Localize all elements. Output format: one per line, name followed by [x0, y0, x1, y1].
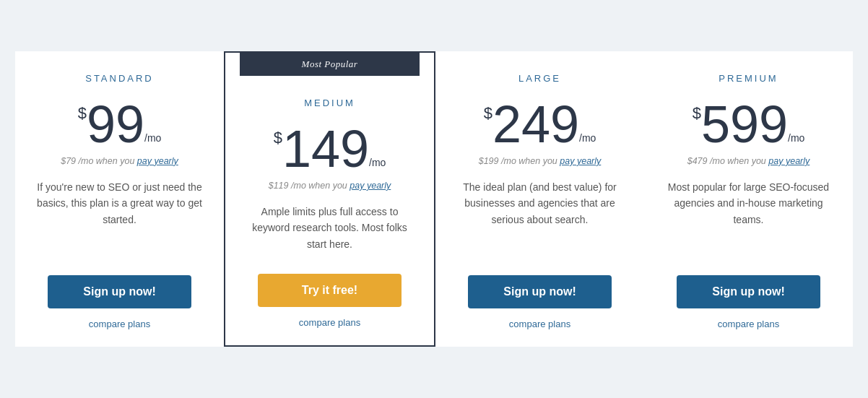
- price-wrapper-premium: $ 599 /mo: [693, 98, 805, 150]
- yearly-note-large: $199 /mo when you pay yearly: [479, 156, 602, 166]
- price-period-medium: /mo: [369, 157, 386, 168]
- cta-button-medium[interactable]: Try it free!: [258, 274, 402, 307]
- cta-button-premium[interactable]: Sign up now!: [677, 275, 820, 308]
- plan-description-premium: Most popular for large SEO-focused agenc…: [659, 179, 838, 228]
- plan-description-large: The ideal plan (and best value) for busi…: [450, 179, 630, 228]
- plan-description-standard: If you're new to SEO or just need the ba…: [30, 179, 209, 228]
- cta-button-large[interactable]: Sign up now!: [468, 275, 612, 308]
- plan-name-large: LARGE: [518, 73, 561, 84]
- price-amount-premium: 599: [701, 98, 788, 150]
- pricing-card-medium: Most PopularMEDIUM $ 149 /mo $119 /mo wh…: [224, 51, 435, 347]
- price-dollar-premium: $: [693, 105, 701, 121]
- yearly-note-premium: $479 /mo when you pay yearly: [687, 156, 810, 166]
- compare-link-premium[interactable]: compare plans: [718, 319, 779, 329]
- pricing-card-standard: STANDARD $ 99 /mo $79 /mo when you pay y…: [15, 51, 224, 347]
- pricing-card-premium: PREMIUM $ 599 /mo $479 /mo when you pay …: [644, 51, 853, 347]
- price-period-standard: /mo: [144, 133, 161, 143]
- price-wrapper-medium: $ 149 /mo: [274, 123, 386, 175]
- plan-name-medium: MEDIUM: [304, 98, 355, 108]
- price-amount-large: 249: [492, 98, 579, 150]
- pay-yearly-link-standard[interactable]: pay yearly: [137, 156, 178, 166]
- price-amount-standard: 99: [87, 98, 144, 150]
- price-amount-medium: 149: [282, 123, 369, 175]
- price-wrapper-standard: $ 99 /mo: [78, 98, 162, 150]
- yearly-note-medium: $119 /mo when you pay yearly: [269, 181, 391, 191]
- price-period-large: /mo: [579, 133, 596, 143]
- pricing-container: STANDARD $ 99 /mo $79 /mo when you pay y…: [15, 51, 853, 347]
- pay-yearly-link-medium[interactable]: pay yearly: [350, 181, 391, 191]
- pay-yearly-link-large[interactable]: pay yearly: [560, 156, 601, 166]
- compare-link-medium[interactable]: compare plans: [299, 317, 360, 328]
- price-wrapper-large: $ 249 /mo: [484, 98, 596, 150]
- price-period-premium: /mo: [788, 133, 804, 143]
- yearly-note-standard: $79 /mo when you pay yearly: [61, 156, 178, 166]
- price-dollar-medium: $: [274, 130, 282, 146]
- compare-link-large[interactable]: compare plans: [509, 319, 570, 329]
- plan-name-standard: STANDARD: [85, 73, 154, 84]
- plan-name-premium: PREMIUM: [719, 73, 778, 84]
- price-dollar-standard: $: [78, 105, 87, 121]
- cta-button-standard[interactable]: Sign up now!: [48, 275, 191, 308]
- compare-link-standard[interactable]: compare plans: [89, 319, 150, 329]
- price-dollar-large: $: [484, 105, 492, 121]
- pay-yearly-link-premium[interactable]: pay yearly: [768, 156, 810, 166]
- plan-description-medium: Ample limits plus full access to keyword…: [240, 204, 420, 252]
- pricing-card-large: LARGE $ 249 /mo $199 /mo when you pay ye…: [435, 51, 644, 347]
- most-popular-banner: Most Popular: [240, 53, 420, 76]
